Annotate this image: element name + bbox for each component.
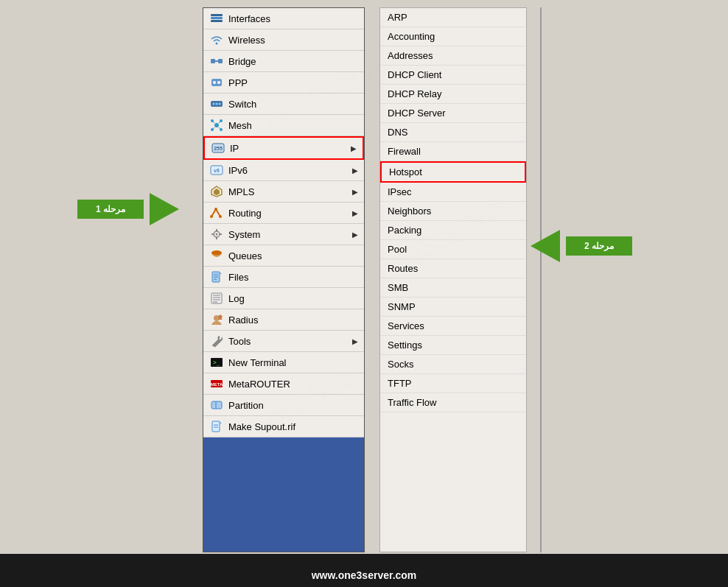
smb-label: SMB — [388, 282, 408, 293]
routing-label: Routing — [228, 208, 352, 219]
routing-submenu-arrow: ▶ — [352, 209, 358, 217]
menu-item-files[interactable]: Files — [203, 267, 364, 288]
step1-arrow: مرحله 1 — [77, 193, 179, 225]
submenu-item-firewall[interactable]: Firewall — [380, 142, 526, 161]
menu-item-mesh[interactable]: Mesh — [203, 115, 364, 136]
mpls-submenu-arrow: ▶ — [352, 188, 358, 196]
svg-point-50 — [219, 315, 223, 319]
interfaces-icon — [209, 11, 224, 26]
submenu-item-settings[interactable]: Settings — [380, 336, 526, 355]
make-supout-icon — [209, 419, 224, 434]
submenu-item-neighbors[interactable]: Neighbors — [380, 202, 526, 221]
menu-item-mpls[interactable]: MPLS▶ — [203, 181, 364, 203]
metarouter-icon: META — [209, 376, 224, 391]
submenu-item-pool[interactable]: Pool — [380, 240, 526, 259]
new-terminal-label: New Terminal — [228, 357, 358, 368]
system-icon — [209, 227, 224, 242]
svg-point-29 — [210, 215, 213, 218]
menu-item-make-supout[interactable]: Make Supout.rif — [203, 416, 364, 437]
submenu-item-packing[interactable]: Packing — [380, 221, 526, 240]
ipv6-submenu-arrow: ▶ — [352, 166, 358, 175]
submenu-item-traffic-flow[interactable]: Traffic Flow — [380, 393, 526, 412]
ip-label: IP — [230, 143, 351, 154]
svg-rect-57 — [212, 421, 220, 432]
svg-point-33 — [216, 233, 218, 236]
submenu-item-ipsec[interactable]: IPsec — [380, 183, 526, 202]
submenu-item-dhcp-relay[interactable]: DHCP Relay — [380, 85, 526, 104]
switch-label: Switch — [228, 99, 358, 110]
dhcp-client-label: DHCP Client — [388, 69, 441, 80]
submenu-item-dhcp-client[interactable]: DHCP Client — [380, 66, 526, 85]
menu-item-interfaces[interactable]: Interfaces — [203, 8, 364, 29]
menu-item-system[interactable]: System▶ — [203, 224, 364, 245]
queues-label: Queues — [228, 250, 358, 261]
submenu-item-socks[interactable]: Socks — [380, 355, 526, 374]
dns-label: DNS — [388, 127, 407, 138]
tools-submenu-arrow: ▶ — [352, 337, 358, 345]
menu-item-tools[interactable]: Tools▶ — [203, 331, 364, 352]
bottom-bar: www.one3server.com — [0, 554, 728, 587]
system-submenu-arrow: ▶ — [352, 231, 358, 239]
submenu-item-snmp[interactable]: SNMP — [380, 298, 526, 317]
svg-text:v6: v6 — [214, 168, 220, 173]
submenu-item-dhcp-server[interactable]: DHCP Server — [380, 104, 526, 123]
partition-label: Partition — [228, 400, 358, 411]
submenu-item-routes[interactable]: Routes — [380, 259, 526, 278]
menu-item-new-terminal[interactable]: >_New Terminal — [203, 352, 364, 373]
neighbors-label: Neighbors — [388, 205, 431, 217]
step2-text: مرحله 2 — [584, 241, 614, 251]
submenu-item-addresses[interactable]: Addresses — [380, 46, 526, 66]
left-menu: InterfacesWirelessBridgePPPSwitchMesh255… — [203, 7, 365, 552]
submenu-item-hotspot[interactable]: Hotspot — [380, 161, 526, 183]
new-terminal-icon: >_ — [209, 355, 224, 370]
menu-item-partition[interactable]: Partition — [203, 395, 364, 416]
svg-rect-0 — [211, 14, 223, 16]
svg-rect-4 — [211, 59, 215, 63]
make-supout-label: Make Supout.rif — [228, 421, 358, 432]
submenu-item-services[interactable]: Services — [380, 317, 526, 336]
right-submenu: ARPAccountingAddressesDHCP ClientDHCP Re… — [379, 7, 527, 552]
menu-item-ip[interactable]: 255IP▶ — [203, 136, 364, 160]
menu-item-ipv6[interactable]: v6IPv6▶ — [203, 160, 364, 181]
menu-item-ppp[interactable]: PPP — [203, 72, 364, 94]
ipv6-icon: v6 — [209, 163, 224, 177]
menu-item-log[interactable]: Log — [203, 288, 364, 309]
svg-point-13 — [219, 103, 221, 105]
menu-item-switch[interactable]: Switch — [203, 94, 364, 115]
accounting-label: Accounting — [388, 31, 435, 42]
metarouter-label: MetaROUTER — [228, 379, 358, 390]
radius-icon — [209, 312, 224, 327]
system-label: System — [228, 229, 352, 240]
tftp-label: TFTP — [388, 378, 412, 389]
bridge-icon — [209, 54, 224, 68]
menu-item-metarouter[interactable]: METAMetaROUTER — [203, 373, 364, 395]
interfaces-label: Interfaces — [228, 13, 358, 24]
packing-label: Packing — [388, 225, 421, 236]
firewall-label: Firewall — [388, 146, 421, 157]
submenu-item-accounting[interactable]: Accounting — [380, 27, 526, 46]
hotspot-label: Hotspot — [389, 166, 422, 177]
dhcp-relay-label: DHCP Relay — [388, 88, 441, 99]
menu-item-queues[interactable]: Queues — [203, 245, 364, 267]
submenu-item-dns[interactable]: DNS — [380, 123, 526, 142]
ipsec-label: IPsec — [388, 186, 412, 197]
svg-point-8 — [213, 81, 216, 84]
svg-point-31 — [219, 215, 222, 218]
svg-marker-40 — [220, 272, 222, 274]
menu-item-routing[interactable]: Routing▶ — [203, 203, 364, 224]
menu-item-bridge[interactable]: Bridge — [203, 51, 364, 72]
snmp-label: SNMP — [388, 301, 416, 312]
step1-arrowhead — [150, 193, 179, 225]
submenu-item-arp[interactable]: ARP — [380, 8, 526, 27]
ipv6-label: IPv6 — [228, 165, 352, 176]
submenu-item-tftp[interactable]: TFTP — [380, 374, 526, 393]
traffic-flow-label: Traffic Flow — [388, 397, 436, 408]
menu-item-wireless[interactable]: Wireless — [203, 29, 364, 51]
ppp-label: PPP — [228, 77, 358, 88]
mesh-icon — [209, 118, 224, 133]
svg-rect-55 — [211, 401, 222, 409]
step2-arrow: مرحله 2 — [531, 230, 632, 262]
menu-item-radius[interactable]: Radius — [203, 309, 364, 331]
submenu-item-smb[interactable]: SMB — [380, 278, 526, 298]
tools-icon — [209, 334, 224, 348]
